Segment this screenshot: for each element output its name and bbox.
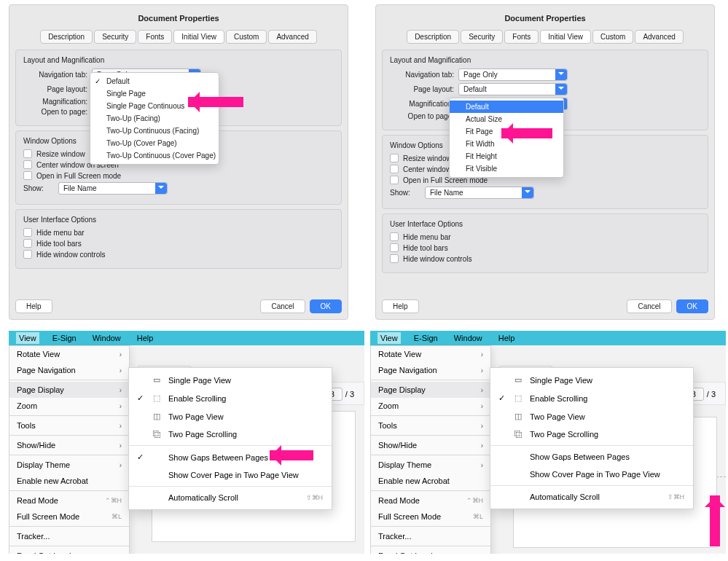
hide-toolbars-checkbox[interactable] [390,243,399,252]
menu-item[interactable]: Read Mode⌃⌘H [9,493,129,509]
menubar-view[interactable]: View [377,332,401,344]
submenu-item[interactable]: Show Gaps Between Pages [490,448,693,466]
center-window-checkbox[interactable] [23,160,32,169]
menu-item[interactable]: Tools› [371,417,490,434]
menu-item-label: Show/Hide [378,441,417,450]
menu-item[interactable]: Enable new Acrobat [371,473,490,489]
resize-window-checkbox[interactable] [390,154,399,162]
center-window-checkbox[interactable] [390,165,399,173]
menu-item[interactable]: Full Screen Mode⌘L [371,509,490,525]
fullscreen-checkbox[interactable] [390,176,399,184]
menu-item[interactable]: Rotate View› [371,346,490,362]
layout-option-two-up-continuous-cover[interactable]: Two-Up Continuous (Cover Page) [90,149,219,162]
mag-option-fit-visible[interactable]: Fit Visible [450,162,563,175]
submenu-item[interactable]: Show Cover Page in Two Page View [490,466,693,483]
menu-item[interactable]: Show/Hide› [371,437,490,453]
show-select[interactable]: File Name [425,187,534,199]
menu-item[interactable]: Read Mode⌃⌘H [371,493,490,509]
submenu-item[interactable]: Single Page View [490,371,693,389]
menu-item[interactable]: Zoom› [371,398,490,414]
submenu-item[interactable]: Two Page View [129,407,332,425]
navigation-tab-select[interactable]: Page Only [458,68,568,81]
menubar-help[interactable]: Help [134,332,157,344]
menu-item-label: Page Navigation [378,366,437,374]
show-select[interactable]: File Name [58,182,168,195]
chevron-right-icon: › [481,422,483,430]
tab-description[interactable]: Description [407,30,459,44]
submenu-item[interactable]: Single Page View [129,371,332,389]
menu-item[interactable]: Read Out Loud› [9,548,129,554]
submenu-item[interactable]: Automatically Scroll⇧⌘H [129,489,332,506]
tab-custom[interactable]: Custom [226,30,267,44]
layout-option-two-up-facing[interactable]: Two-Up (Facing) [90,112,219,125]
tab-security[interactable]: Security [461,30,503,44]
tab-fonts[interactable]: Fonts [138,30,172,44]
menubar-esign[interactable]: E-Sign [411,332,441,344]
tab-initial-view[interactable]: Initial View [540,30,591,44]
page-layout-dropdown-popup[interactable]: ✓Default Single Page Single Page Continu… [90,72,219,165]
tab-fonts[interactable]: Fonts [504,30,539,44]
help-button[interactable]: Help [382,299,419,313]
cancel-button[interactable]: Cancel [260,299,305,313]
layout-option-two-up-continuous-facing[interactable]: Two-Up Continuous (Facing) [90,125,219,137]
menu-item[interactable]: Read Out Loud› [371,548,490,554]
menu-item[interactable]: Tracker... [371,528,490,544]
menu-item[interactable]: Page Display› [9,382,129,398]
menu-item[interactable]: Page Navigation› [371,362,490,378]
mag-option-fit-height[interactable]: Fit Height [450,150,563,162]
menu-item[interactable]: Rotate View› [9,346,129,362]
layout-option-two-up-cover[interactable]: Two-Up (Cover Page) [90,137,219,149]
cancel-button[interactable]: Cancel [627,299,671,313]
page-display-submenu[interactable]: Single Page View✓Enable ScrollingTwo Pag… [490,367,694,509]
tab-advanced[interactable]: Advanced [635,30,683,44]
view-menu[interactable]: Rotate View›Page Navigation›Page Display… [9,345,130,554]
menu-item[interactable]: Show/Hide› [9,437,129,453]
submenu-item[interactable]: Show Cover Page in Two Page View [129,466,332,484]
menu-item[interactable]: Page Navigation› [9,362,129,378]
hide-window-controls-checkbox[interactable] [23,250,32,259]
fullscreen-checkbox[interactable] [23,171,32,180]
tab-description[interactable]: Description [40,30,93,44]
submenu-item[interactable]: Two Page Scrolling [490,425,693,443]
view-menu[interactable]: Rotate View›Page Navigation›Page Display… [370,345,491,554]
navigation-tab-label: Navigation tab: [390,71,454,79]
tab-initial-view[interactable]: Initial View [173,30,224,44]
page-display-submenu[interactable]: Single Page View✓Enable ScrollingTwo Pag… [128,367,332,510]
submenu-item[interactable]: Automatically Scroll⇧⌘H [490,488,693,506]
submenu-item[interactable]: Two Page View [490,407,693,425]
tab-security[interactable]: Security [94,30,136,44]
menu-item[interactable]: Tools› [9,417,129,434]
menu-item[interactable]: Display Theme› [9,457,129,473]
submenu-item-label: Two Page View [168,412,224,421]
chevron-right-icon: › [120,402,122,410]
menu-item[interactable]: Zoom› [9,398,129,414]
menubar-window[interactable]: Window [90,332,124,344]
ok-button[interactable]: OK [676,299,708,313]
menu-item[interactable]: Tracker... [9,528,129,544]
tab-custom[interactable]: Custom [592,30,633,44]
submenu-item[interactable]: ✓Enable Scrolling [129,389,332,407]
submenu-item[interactable]: ✓Enable Scrolling [490,389,693,407]
menubar-window[interactable]: Window [451,332,485,344]
hide-toolbars-checkbox[interactable] [23,239,32,248]
menu-item[interactable]: Display Theme› [371,457,490,473]
hide-window-controls-checkbox[interactable] [390,254,399,263]
layout-option-default[interactable]: ✓Default [90,75,219,87]
tab-advanced[interactable]: Advanced [268,30,316,44]
menu-item[interactable]: Full Screen Mode⌘L [9,509,129,525]
submenu-item[interactable]: Two Page Scrolling [129,425,332,443]
mag-option-default[interactable]: Default [450,101,563,113]
help-button[interactable]: Help [15,299,52,313]
menubar-view[interactable]: View [16,332,39,344]
annotation-arrow-3 [270,450,313,460]
menu-item[interactable]: Page Display› [371,382,490,398]
hide-menubar-checkbox[interactable] [390,232,399,241]
hide-menubar-checkbox[interactable] [23,228,32,237]
page-layout-select[interactable]: Default [458,83,568,95]
menu-item[interactable]: Enable new Acrobat [9,473,129,489]
chevron-right-icon: › [120,422,122,430]
menubar-help[interactable]: Help [496,332,518,344]
ok-button[interactable]: OK [310,299,342,313]
resize-window-checkbox[interactable] [23,149,32,158]
menubar-esign[interactable]: E-Sign [50,332,79,344]
